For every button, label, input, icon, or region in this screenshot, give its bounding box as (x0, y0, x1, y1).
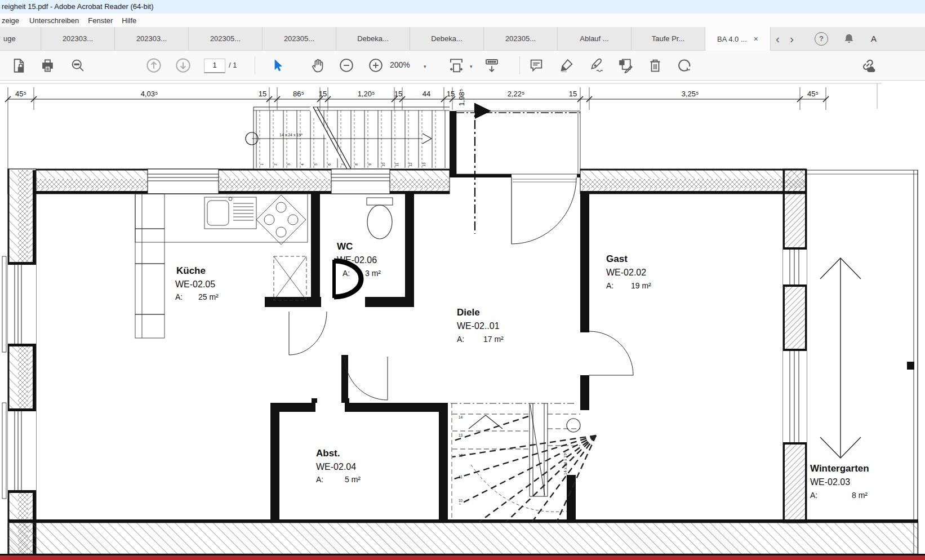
help-glyph: ? (819, 34, 824, 43)
menu-item-unterschreiben[interactable]: Unterschreiben (29, 16, 79, 25)
room-code: WE-02.03 (810, 477, 850, 487)
tab-label: 202303... (136, 34, 167, 43)
tab-debeka-1[interactable]: Debeka... (336, 27, 410, 50)
wc-fixtures (367, 198, 393, 239)
tread-number: 5 (314, 163, 318, 166)
bottom-wall (0, 519, 925, 560)
previous-page-button[interactable] (144, 54, 163, 77)
next-page-button[interactable] (174, 54, 193, 77)
acrobat-window: reigheit 15.pdf - Adobe Acrobat Reader (… (0, 0, 925, 560)
delete-button[interactable] (646, 54, 665, 77)
dim-top-6: 15 (394, 90, 402, 98)
zoom-level-value[interactable]: 200% (390, 60, 410, 69)
notifications-button[interactable] (843, 33, 855, 45)
print-icon (40, 58, 55, 73)
dim-rotated: 1,98⁵ (457, 89, 466, 106)
room-code: WE-02.02 (606, 268, 646, 277)
tread-number: 4 (300, 163, 304, 166)
prev-tab-icon[interactable]: ‹ (771, 33, 785, 45)
tab-taufe[interactable]: Taufe Pr... (632, 27, 705, 50)
dim-top-11: 3,25⁵ (682, 90, 699, 98)
next-tab-icon[interactable]: › (785, 33, 799, 45)
left-wall (2, 169, 36, 555)
room-area: 19 m² (631, 281, 651, 290)
room-diele-label: Diele WE-02..01 A: 17 m² (457, 307, 504, 344)
tread-number: 2 (273, 163, 277, 166)
help-icon[interactable]: ? (815, 32, 828, 46)
tab-werkzeuge-partial[interactable]: uge (0, 27, 41, 50)
dim-top-9: 2,22⁵ (508, 90, 525, 98)
dim-top-4: 15 (319, 90, 327, 98)
tab-debeka-2[interactable]: Debeka... (410, 27, 484, 50)
save-button[interactable] (9, 54, 28, 77)
page-down-icon (175, 57, 192, 74)
tab-202303-1[interactable]: 202303... (41, 27, 115, 50)
close-icon[interactable]: × (754, 35, 758, 43)
fit-caret-icon[interactable]: ▾ (470, 64, 473, 69)
tread-number: 6 (327, 163, 331, 166)
sink (204, 197, 256, 229)
title-bar: reigheit 15.pdf - Adobe Acrobat Reader (… (0, 0, 925, 14)
scroll-mode-button[interactable] (482, 54, 501, 77)
signin-partial-label[interactable]: A (871, 34, 877, 43)
zoom-out-icon (339, 57, 354, 73)
tab-202305-3[interactable]: 202305... (484, 27, 558, 50)
room-code: WE-02.04 (316, 462, 356, 472)
zoom-out-button[interactable] (337, 54, 356, 77)
gast-wintergarten-wall (783, 169, 807, 523)
tread-number: 11 (395, 162, 399, 166)
menu-item-hilfe[interactable]: Hilfe (122, 16, 136, 25)
right-window-2 (783, 349, 807, 445)
step-number: 10 (459, 499, 463, 503)
search-icon (70, 57, 86, 73)
tab-label: Taufe Pr... (652, 34, 685, 43)
zoom-in-button[interactable] (366, 54, 385, 77)
comment-icon (528, 57, 544, 73)
dimension-ticks (8, 87, 826, 169)
tab-label: uge (3, 34, 16, 43)
wc-basin-symbol (334, 260, 361, 298)
tab-202305-2[interactable]: 202305... (263, 27, 336, 50)
room-name: WC (337, 241, 353, 252)
room-code: WE-02.05 (175, 279, 215, 289)
menu-item-anzeige[interactable]: zeige (2, 16, 19, 25)
toolbar-separator (255, 56, 255, 74)
select-tool-button[interactable] (268, 54, 287, 77)
tread-number: 3 (287, 163, 291, 166)
zoom-caret-icon[interactable]: ▾ (424, 64, 426, 69)
room-kueche-label: Küche WE-02.05 A: 25 m² (175, 265, 219, 301)
fit-width-button[interactable] (447, 54, 466, 77)
fit-width-icon (448, 57, 465, 74)
tab-ablauf[interactable]: Ablauf ... (558, 27, 632, 50)
share-link-button[interactable] (859, 54, 878, 77)
page-number-input[interactable]: 1 (204, 59, 225, 73)
step-number: 12 (459, 454, 463, 457)
fill-sign-icon (617, 57, 633, 73)
window-title: reigheit 15.pdf - Adobe Acrobat Reader (… (2, 2, 154, 11)
fill-sign-button[interactable] (616, 54, 635, 77)
sign-button[interactable] (586, 54, 606, 77)
zoom-in-icon (368, 57, 384, 73)
document-area[interactable]: 45⁵ 4,03⁵ 15 86⁵ 15 1,20⁵ 15 44 15 2,22⁵… (0, 81, 925, 560)
tab-ba-40-active[interactable]: BA 4.0 ... × (705, 27, 771, 51)
print-button[interactable] (38, 54, 57, 77)
tab-202303-2[interactable]: 202303... (115, 27, 189, 50)
sign-pen-icon (588, 57, 604, 73)
dim-top-1: 4,03⁵ (141, 90, 158, 98)
door-handle (907, 362, 914, 370)
select-arrow-icon (270, 58, 284, 73)
room-area-label: A: (606, 281, 613, 290)
tab-202305-1[interactable]: 202305... (189, 27, 263, 50)
search-button[interactable] (68, 54, 87, 77)
tread-number: 10 (381, 162, 385, 167)
hand-tool-button[interactable] (309, 54, 328, 77)
room-name: Gast (606, 254, 628, 264)
room-abst-label: Abst. WE-02.04 A: 5 m² (316, 448, 361, 484)
comment-button[interactable] (527, 54, 546, 77)
menu-item-fenster[interactable]: Fenster (88, 16, 113, 25)
highlight-button[interactable] (557, 54, 576, 77)
rotate-button[interactable] (675, 54, 694, 77)
tab-label: 202303... (63, 34, 93, 43)
bottom-stair-numbers: 14 13 12 11 10 (459, 415, 463, 503)
room-area-label: A: (457, 335, 464, 344)
